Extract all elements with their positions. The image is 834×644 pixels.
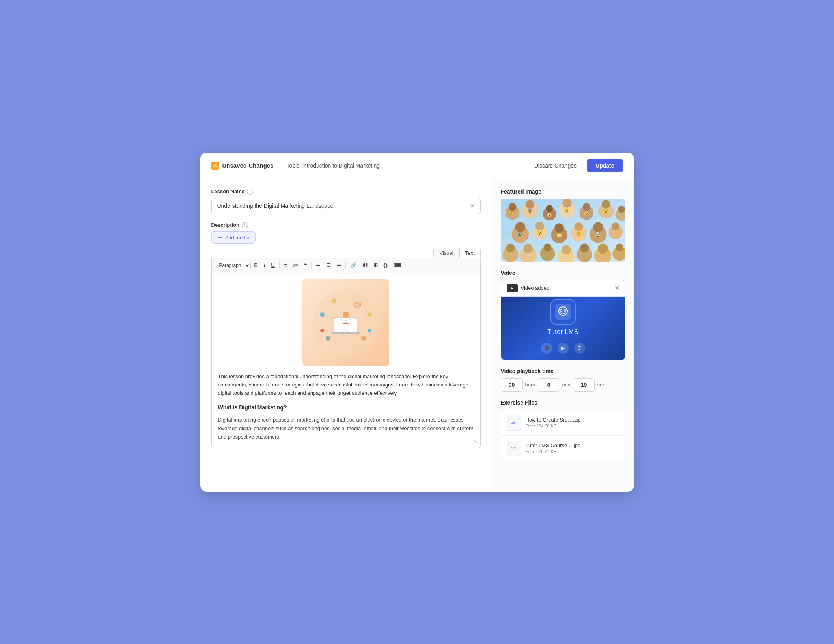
italic-button[interactable]: I: [261, 261, 268, 270]
svg-point-6: [326, 336, 330, 341]
topic-label: Topic: introduction to Digital Marketing: [287, 162, 380, 169]
svg-text:😟: 😟: [508, 211, 513, 216]
table-button[interactable]: ⊞: [371, 261, 380, 270]
align-center-button[interactable]: ☰: [324, 261, 333, 270]
unlink-button[interactable]: ⛓: [360, 261, 370, 270]
hour-unit: hour: [525, 382, 535, 388]
svg-point-55: [597, 243, 608, 254]
description-section: Description i Add media Visual Text Para…: [211, 222, 481, 448]
lesson-name-text: Understanding the Digital Marketing Land…: [217, 203, 334, 209]
video-thumbnail: Tutor LMS 🎓 ▶ ⏱: [501, 297, 625, 360]
svg-text:😦: 😦: [584, 211, 589, 216]
warning-icon: ⚠: [211, 162, 219, 170]
svg-point-19: [508, 203, 516, 211]
svg-text:😨: 😨: [527, 208, 533, 214]
lesson-name-input-wrapper[interactable]: Understanding the Digital Marketing Land…: [211, 198, 481, 214]
bold-button[interactable]: B: [252, 261, 260, 270]
min-input[interactable]: [538, 378, 560, 392]
discard-button[interactable]: Discard Changes: [529, 159, 582, 172]
header-left: ⚠ Unsaved Changes Topic: introduction to…: [211, 161, 380, 170]
video-close-icon[interactable]: ✕: [614, 284, 619, 292]
svg-point-33: [515, 222, 525, 232]
code-button[interactable]: {}: [381, 261, 390, 270]
video-added-label: Video added: [521, 285, 550, 291]
file-icon-jpg: JPG: [507, 441, 521, 456]
video-section: Video ▶ Video added ✕: [501, 270, 625, 360]
unordered-list-button[interactable]: ≡: [282, 261, 289, 270]
time-inputs: hour min sec: [501, 378, 625, 392]
main-card: ⚠ Unsaved Changes Topic: introduction to…: [200, 153, 634, 492]
editor-image: [302, 279, 389, 366]
right-panel: Featured Image: [492, 179, 634, 487]
svg-point-43: [612, 222, 619, 230]
underline-button[interactable]: U: [269, 261, 277, 270]
svg-point-35: [535, 222, 544, 230]
min-field: min: [538, 378, 571, 392]
editor-area[interactable]: This lesson provides a foundational unde…: [211, 273, 481, 448]
header-right: Discard Changes Update: [529, 159, 623, 172]
svg-point-12: [331, 298, 337, 304]
file-info-2: Tutor LMS Course….jpg Size: 279.24 KB: [526, 442, 619, 454]
update-button[interactable]: Update: [587, 159, 623, 172]
file-name-1: How to Create Sru….zip: [526, 417, 619, 423]
svg-point-73: [560, 310, 562, 311]
file-info-1: How to Create Sru….zip Size: 284.00 KB: [526, 417, 619, 428]
featured-image-title: Featured Image: [501, 189, 625, 195]
sec-input[interactable]: [573, 378, 595, 392]
lesson-illustration: [306, 283, 385, 362]
svg-text:😱: 😱: [547, 212, 552, 217]
tab-text[interactable]: Text: [459, 248, 481, 258]
file-icon-zip: ZIP: [507, 415, 521, 431]
blockquote-button[interactable]: ❝: [302, 261, 309, 270]
svg-point-74: [564, 310, 565, 311]
svg-text:😤: 😤: [564, 207, 570, 213]
editor-image-wrapper: [218, 279, 474, 366]
toolbar-divider-1: [279, 262, 280, 269]
featured-image-svg: 😟 😨 😱 😤 😦 😧 😰 😲 😳 😵 🤯: [501, 199, 625, 262]
lesson-name-clear-icon[interactable]: ✕: [470, 202, 475, 210]
align-right-button[interactable]: ➡: [334, 261, 343, 270]
svg-point-27: [582, 203, 590, 211]
lesson-name-info-icon[interactable]: i: [247, 189, 253, 195]
tutor-logo-icon: [555, 304, 571, 320]
playback-section: Video playback time hour min sec: [501, 368, 625, 392]
editor-heading: What is Digital Marketing?: [218, 403, 474, 412]
resize-handle[interactable]: ⤡: [473, 437, 478, 446]
editor-tabs: Visual Text: [211, 248, 481, 258]
hour-input[interactable]: [501, 378, 523, 392]
video-title: Video: [501, 270, 625, 276]
svg-point-47: [523, 244, 533, 253]
description-info-icon[interactable]: i: [242, 222, 248, 228]
paragraph-select[interactable]: Paragraph: [215, 261, 251, 270]
svg-point-53: [580, 243, 589, 252]
tab-visual[interactable]: Visual: [433, 248, 459, 258]
svg-point-57: [616, 243, 623, 251]
add-media-button[interactable]: Add media: [211, 231, 256, 244]
editor-toolbar: Paragraph B I U ≡ ≔ ❝ ⬅ ☰ ➡ 🔗 ⛓ ⊞: [211, 258, 481, 273]
keyboard-button[interactable]: ⌨: [391, 261, 403, 270]
svg-point-7: [361, 336, 366, 341]
svg-point-4: [320, 312, 325, 317]
svg-text:🤯: 🤯: [595, 231, 601, 237]
svg-point-8: [320, 329, 324, 332]
unsaved-label: Unsaved Changes: [222, 162, 274, 169]
svg-rect-2: [332, 332, 360, 334]
svg-point-45: [506, 243, 515, 252]
svg-point-31: [618, 205, 625, 213]
file-item-2: JPG Tutor LMS Course….jpg Size: 279.24 K…: [501, 436, 625, 461]
ordered-list-button[interactable]: ≔: [291, 261, 300, 270]
align-left-button[interactable]: ⬅: [313, 261, 323, 270]
svg-point-25: [562, 199, 572, 208]
header-bar: ⚠ Unsaved Changes Topic: introduction to…: [200, 153, 634, 179]
svg-text:😵: 😵: [576, 231, 581, 236]
sec-field: sec: [573, 378, 605, 392]
svg-point-9: [368, 329, 371, 332]
exercise-title: Exercise Files: [501, 399, 625, 406]
svg-point-39: [574, 222, 583, 231]
video-card-left: ▶ Video added: [507, 284, 550, 292]
link-button[interactable]: 🔗: [348, 261, 359, 270]
video-icon-3: ⏱: [574, 343, 585, 354]
svg-text:😰: 😰: [517, 231, 523, 237]
svg-point-21: [526, 200, 534, 208]
featured-image-section: Featured Image: [501, 189, 625, 262]
